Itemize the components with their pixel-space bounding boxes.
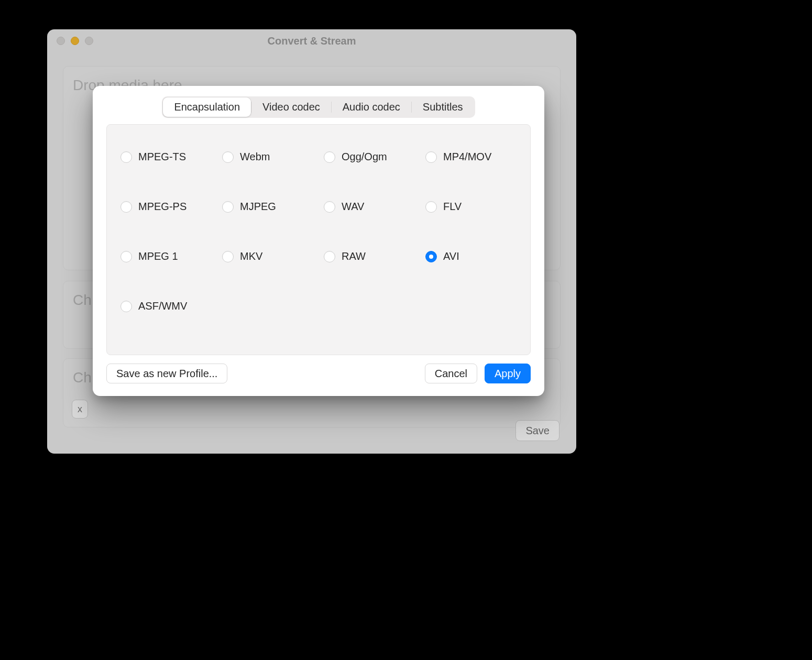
- radio-label: Webm: [240, 151, 270, 163]
- minimize-icon[interactable]: [71, 37, 79, 45]
- radio-dot-icon: [120, 151, 132, 163]
- radio-label: MKV: [240, 250, 262, 262]
- tab-video-codec[interactable]: Video codec: [251, 97, 331, 117]
- traffic-lights: [57, 37, 93, 45]
- radio-dot-icon: [222, 201, 234, 213]
- radio-raw[interactable]: RAW: [324, 250, 415, 262]
- radio-label: MPEG-TS: [138, 151, 186, 163]
- radio-webm[interactable]: Webm: [222, 151, 313, 163]
- radio-dot-icon: [222, 251, 234, 262]
- radio-mpeg-ts[interactable]: MPEG-TS: [120, 151, 212, 163]
- radio-ogg[interactable]: Ogg/Ogm: [324, 151, 415, 163]
- radio-dot-icon: [324, 201, 335, 213]
- tab-encapsulation[interactable]: Encapsulation: [163, 97, 251, 117]
- radio-dot-icon: [222, 151, 234, 163]
- radio-label: ASF/WMV: [138, 300, 187, 312]
- bg-section-3-pill: x: [72, 400, 88, 419]
- radio-label: FLV: [443, 201, 462, 213]
- radio-avi[interactable]: AVI: [425, 250, 517, 262]
- radio-dot-icon: [425, 201, 437, 213]
- radio-label: MJPEG: [240, 201, 276, 213]
- apply-button[interactable]: Apply: [485, 364, 531, 383]
- close-icon[interactable]: [57, 37, 65, 45]
- radio-label: RAW: [342, 250, 366, 262]
- radio-mp4[interactable]: MP4/MOV: [425, 151, 517, 163]
- radio-dot-icon: [425, 251, 437, 262]
- bg-section-2-label: Ch: [73, 292, 92, 309]
- radio-mkv[interactable]: MKV: [222, 250, 313, 262]
- save-as-new-profile-button[interactable]: Save as new Profile...: [106, 364, 227, 383]
- encapsulation-options: MPEG-TSWebmOgg/OgmMP4/MOVMPEG-PSMJPEGWAV…: [120, 151, 517, 312]
- zoom-icon[interactable]: [85, 37, 93, 45]
- radio-dot-icon: [120, 301, 132, 312]
- radio-dot-icon: [324, 251, 335, 262]
- bg-section-3-label: Ch: [73, 369, 92, 386]
- sheet-button-row: Save as new Profile... Cancel Apply: [106, 364, 531, 383]
- radio-dot-icon: [120, 251, 132, 262]
- radio-flv[interactable]: FLV: [425, 201, 517, 213]
- radio-label: MPEG 1: [138, 250, 178, 262]
- radio-dot-icon: [324, 151, 335, 163]
- tab-bar: EncapsulationVideo codecAudio codecSubti…: [162, 96, 475, 118]
- save-button[interactable]: Save: [515, 420, 559, 441]
- radio-mjpeg[interactable]: MJPEG: [222, 201, 313, 213]
- radio-label: MP4/MOV: [443, 151, 491, 163]
- radio-wav[interactable]: WAV: [324, 201, 415, 213]
- profile-sheet: EncapsulationVideo codecAudio codecSubti…: [93, 86, 544, 396]
- cancel-button[interactable]: Cancel: [425, 364, 477, 383]
- radio-asf[interactable]: ASF/WMV: [120, 300, 212, 312]
- radio-mpeg1[interactable]: MPEG 1: [120, 250, 212, 262]
- encapsulation-pane: MPEG-TSWebmOgg/OgmMP4/MOVMPEG-PSMJPEGWAV…: [106, 124, 531, 355]
- radio-dot-icon: [425, 151, 437, 163]
- titlebar: Convert & Stream: [47, 29, 576, 52]
- radio-label: AVI: [443, 250, 459, 262]
- radio-label: MPEG-PS: [138, 201, 186, 213]
- radio-label: Ogg/Ogm: [342, 151, 387, 163]
- radio-label: WAV: [342, 201, 364, 213]
- tab-subtitles[interactable]: Subtitles: [412, 97, 474, 117]
- radio-mpeg-ps[interactable]: MPEG-PS: [120, 201, 212, 213]
- radio-dot-icon: [120, 201, 132, 213]
- window-title: Convert & Stream: [47, 35, 576, 47]
- tab-audio-codec[interactable]: Audio codec: [332, 97, 411, 117]
